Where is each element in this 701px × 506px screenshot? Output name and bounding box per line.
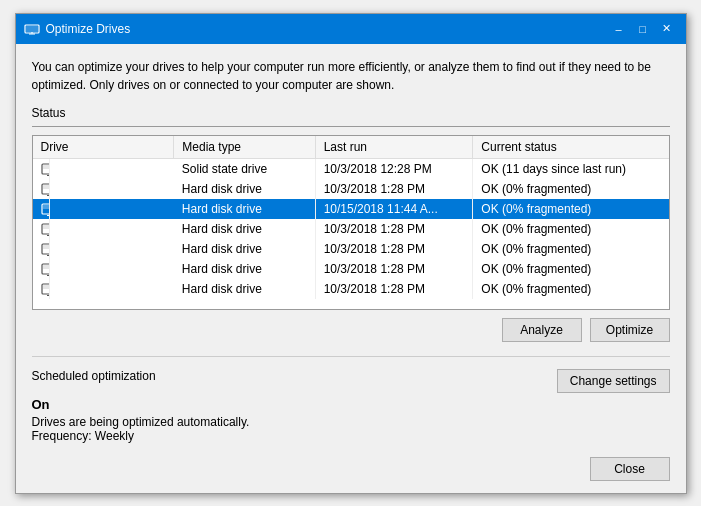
- status-cell: OK (0% fragmented): [473, 179, 669, 199]
- column-drive: Drive: [33, 136, 174, 159]
- svg-rect-28: [47, 255, 50, 256]
- drives-table: Drive Media type Last run Current status…: [33, 136, 669, 299]
- scheduled-frequency: Frequency: Weekly: [32, 429, 670, 443]
- status-divider: [32, 126, 670, 127]
- drive-cell: Snaps (H:): [33, 239, 50, 259]
- media-type-cell: Solid state drive: [174, 158, 315, 179]
- window-close-button[interactable]: ✕: [656, 19, 678, 39]
- media-type-cell: Hard disk drive: [174, 179, 315, 199]
- status-cell: OK (11 days since last run): [473, 158, 669, 179]
- scheduled-header: Scheduled optimization Change settings: [32, 369, 670, 393]
- column-media-type: Media type: [174, 136, 315, 159]
- drive-icon: [41, 182, 50, 196]
- drive-icon: [41, 162, 50, 176]
- drives-table-body: Windows 10 Inside...Solid state drive10/…: [33, 158, 669, 299]
- table-row[interactable]: (I:)Hard disk drive10/3/2018 1:28 PMOK (…: [33, 259, 669, 279]
- status-cell: OK (0% fragmented): [473, 279, 669, 299]
- last-run-cell: 10/3/2018 1:28 PM: [315, 239, 473, 259]
- app-icon: [24, 21, 40, 37]
- status-cell: OK (0% fragmented): [473, 199, 669, 219]
- drive-cell: Windows 10 Pro (D:): [33, 179, 50, 199]
- drive-cell: System Reserved (b:): [33, 279, 50, 299]
- column-last-run: Last run: [315, 136, 473, 159]
- table-header-row: Drive Media type Last run Current status: [33, 136, 669, 159]
- svg-rect-25: [43, 245, 50, 249]
- table-row[interactable]: Windows 10 Pro (D:)Hard disk drive10/3/2…: [33, 179, 669, 199]
- table-row[interactable]: System Reserved (b:)Hard disk drive10/3/…: [33, 279, 669, 299]
- media-type-cell: Hard disk drive: [174, 239, 315, 259]
- analyze-button[interactable]: Analyze: [502, 318, 582, 342]
- svg-rect-20: [43, 225, 50, 229]
- svg-rect-13: [47, 195, 50, 196]
- media-type-cell: Hard disk drive: [174, 219, 315, 239]
- drives-table-container[interactable]: Drive Media type Last run Current status…: [32, 135, 670, 310]
- close-button[interactable]: Close: [590, 457, 670, 481]
- svg-rect-23: [47, 235, 50, 236]
- column-current-status: Current status: [473, 136, 669, 159]
- status-label: Status: [32, 106, 670, 120]
- title-bar: Optimize Drives – □ ✕: [16, 14, 686, 44]
- last-run-cell: 10/3/2018 12:28 PM: [315, 158, 473, 179]
- drive-icon: [41, 242, 50, 256]
- close-row: Close: [32, 457, 670, 481]
- window-title: Optimize Drives: [46, 22, 131, 36]
- status-cell: OK (0% fragmented): [473, 239, 669, 259]
- table-row[interactable]: Music (F:)Hard disk drive10/15/2018 11:4…: [33, 199, 669, 219]
- last-run-cell: 10/3/2018 1:28 PM: [315, 219, 473, 239]
- change-settings-button[interactable]: Change settings: [557, 369, 670, 393]
- scheduled-section: Scheduled optimization Change settings O…: [32, 356, 670, 443]
- last-run-cell: 10/3/2018 1:28 PM: [315, 179, 473, 199]
- scheduled-description: Drives are being optimized automatically…: [32, 415, 670, 429]
- status-cell: OK (0% fragmented): [473, 259, 669, 279]
- svg-rect-38: [47, 295, 50, 296]
- svg-rect-3: [29, 33, 35, 34]
- last-run-cell: 10/15/2018 11:44 A...: [315, 199, 473, 219]
- svg-rect-15: [43, 205, 50, 209]
- table-row[interactable]: (G:)Hard disk drive10/3/2018 1:28 PMOK (…: [33, 219, 669, 239]
- scheduled-status: On: [32, 397, 670, 412]
- drive-cell: Windows 10 Inside...: [33, 159, 50, 179]
- svg-rect-30: [43, 265, 50, 269]
- drive-icon: [41, 262, 50, 276]
- media-type-cell: Hard disk drive: [174, 199, 315, 219]
- drive-icon: [41, 282, 50, 296]
- action-buttons: Analyze Optimize: [32, 318, 670, 342]
- svg-rect-8: [47, 175, 50, 176]
- maximize-button[interactable]: □: [632, 19, 654, 39]
- drive-cell: (I:): [33, 259, 50, 279]
- svg-rect-1: [26, 26, 38, 32]
- optimize-drives-window: Optimize Drives – □ ✕ You can optimize y…: [15, 13, 687, 494]
- svg-rect-35: [43, 285, 50, 289]
- media-type-cell: Hard disk drive: [174, 279, 315, 299]
- title-buttons: – □ ✕: [608, 19, 678, 39]
- status-cell: OK (0% fragmented): [473, 219, 669, 239]
- svg-rect-5: [43, 165, 50, 169]
- drive-cell: Music (F:): [33, 199, 50, 219]
- media-type-cell: Hard disk drive: [174, 259, 315, 279]
- table-row[interactable]: Windows 10 Inside...Solid state drive10/…: [33, 158, 669, 179]
- optimize-button[interactable]: Optimize: [590, 318, 670, 342]
- svg-rect-10: [43, 185, 50, 189]
- scheduled-title: Scheduled optimization: [32, 369, 156, 383]
- minimize-button[interactable]: –: [608, 19, 630, 39]
- description-text: You can optimize your drives to help you…: [32, 58, 670, 94]
- drive-cell: (G:): [33, 219, 50, 239]
- last-run-cell: 10/3/2018 1:28 PM: [315, 279, 473, 299]
- drive-icon: [41, 222, 50, 236]
- svg-rect-18: [47, 215, 50, 216]
- table-row[interactable]: Snaps (H:)Hard disk drive10/3/2018 1:28 …: [33, 239, 669, 259]
- svg-rect-33: [47, 275, 50, 276]
- last-run-cell: 10/3/2018 1:28 PM: [315, 259, 473, 279]
- window-content: You can optimize your drives to help you…: [16, 44, 686, 493]
- title-bar-left: Optimize Drives: [24, 21, 131, 37]
- drive-icon: [41, 202, 50, 216]
